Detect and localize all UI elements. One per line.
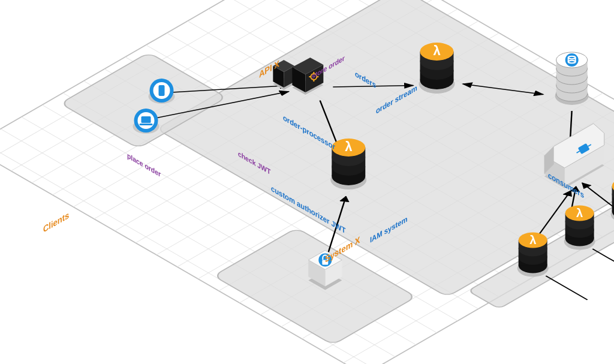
consumer-lambda-2: λ	[564, 206, 595, 250]
custom-authorizer-icon: λ	[330, 139, 366, 189]
svg-text:λ: λ	[529, 233, 536, 246]
edge-consumer3-out	[546, 276, 587, 300]
svg-rect-47	[142, 116, 151, 123]
region-label-clients: Clients	[43, 209, 69, 234]
order-processor-icon: λ	[419, 43, 455, 94]
orders-db-icon	[555, 52, 589, 105]
svg-rect-48	[140, 124, 153, 125]
svg-text:λ: λ	[576, 206, 583, 219]
svg-text:λ: λ	[345, 139, 352, 154]
svg-text:λ: λ	[433, 43, 440, 58]
svg-rect-43	[159, 85, 165, 96]
architecture-diagram: λ λ	[0, 0, 614, 364]
consumer-lambda-3: λ	[517, 233, 549, 277]
